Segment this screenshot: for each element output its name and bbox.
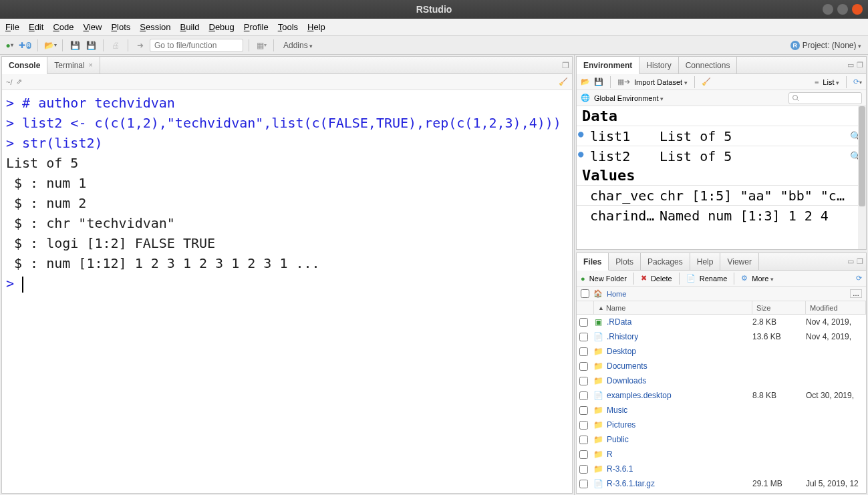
file-checkbox[interactable] <box>579 421 588 430</box>
save-workspace-icon[interactable]: 💾 <box>594 77 603 86</box>
goto-file-input[interactable] <box>150 39 243 52</box>
file-row[interactable]: 📁Pictures <box>577 418 866 432</box>
file-name[interactable]: R-3.6.1 <box>607 464 752 474</box>
file-checkbox[interactable] <box>579 347 588 356</box>
menu-tools[interactable]: Tools <box>278 22 298 32</box>
window-maximize-button[interactable] <box>837 4 848 15</box>
file-name[interactable]: Documents <box>607 361 752 371</box>
file-name[interactable]: Downloads <box>607 376 752 385</box>
file-row[interactable]: 📁R-3.6.1 <box>577 462 866 476</box>
pane-maximize-icon[interactable]: ❐ <box>857 257 863 266</box>
tab-history[interactable]: History <box>639 57 678 73</box>
file-name[interactable]: .RData <box>607 317 752 327</box>
expand-icon[interactable]: ● <box>578 128 583 139</box>
file-name[interactable]: R <box>607 450 752 459</box>
menu-session[interactable]: Session <box>140 22 170 32</box>
file-name[interactable]: R-3.6.1.tar.gz <box>607 479 752 488</box>
menu-code[interactable]: Code <box>53 22 74 32</box>
menu-file[interactable]: File <box>5 22 19 32</box>
new-file-button[interactable]: ●▾ <box>3 39 16 52</box>
file-checkbox[interactable] <box>579 377 588 385</box>
window-minimize-button[interactable] <box>823 4 833 15</box>
load-workspace-icon[interactable]: 📂 <box>581 77 590 86</box>
file-row[interactable]: 📁Music <box>577 403 866 418</box>
file-checkbox[interactable] <box>579 450 588 459</box>
tab-help[interactable]: Help <box>690 253 721 270</box>
pane-window-icon[interactable]: ❐ <box>562 61 569 70</box>
file-checkbox[interactable] <box>579 362 588 371</box>
menu-build[interactable]: Build <box>180 22 200 32</box>
tab-connections[interactable]: Connections <box>679 57 738 73</box>
file-checkbox[interactable] <box>579 333 588 341</box>
close-icon[interactable]: × <box>89 61 93 69</box>
window-close-button[interactable] <box>852 4 863 15</box>
file-checkbox[interactable] <box>579 480 588 488</box>
env-row[interactable]: list2●List of 5🔍 <box>577 146 866 166</box>
menu-debug[interactable]: Debug <box>209 22 235 32</box>
env-scope-dropdown[interactable]: Global Environment <box>594 94 664 102</box>
file-row[interactable]: 📄examples.desktop8.8 KBOct 30, 2019, <box>577 388 866 403</box>
import-dataset-dropdown[interactable]: Import Dataset <box>634 78 688 86</box>
new-folder-button[interactable]: New Folder <box>589 275 627 283</box>
save-button[interactable]: 💾 <box>68 39 82 52</box>
file-name[interactable]: examples.desktop <box>607 391 752 400</box>
new-project-button[interactable]: ✚R <box>19 39 32 52</box>
console-popout-icon[interactable]: ⇗ <box>16 77 22 86</box>
env-search-input[interactable] <box>788 92 862 104</box>
expand-icon[interactable]: ● <box>578 148 583 159</box>
file-row[interactable]: 📁Desktop <box>577 344 866 359</box>
env-scrollbar[interactable] <box>858 106 866 249</box>
console-clear-icon[interactable]: 🧹 <box>559 77 568 86</box>
clear-env-icon[interactable]: 🧹 <box>702 77 711 86</box>
project-dropdown[interactable]: Project: (None) <box>803 41 861 50</box>
file-checkbox[interactable] <box>579 318 588 327</box>
col-modified[interactable]: Modified <box>810 304 838 312</box>
console-output[interactable]: > # author techvidvan> list2 <- c(c(1,2)… <box>2 90 572 493</box>
save-all-button[interactable]: 💾 <box>84 39 98 52</box>
breadcrumb-home[interactable]: Home <box>607 290 626 298</box>
tab-environment[interactable]: Environment <box>577 57 639 74</box>
tab-plots[interactable]: Plots <box>609 253 641 270</box>
rename-button[interactable]: Rename <box>700 275 728 283</box>
file-checkbox[interactable] <box>579 436 588 444</box>
menu-view[interactable]: View <box>83 22 102 32</box>
col-size[interactable]: Size <box>756 304 770 312</box>
pane-minimize-icon[interactable]: ▭ <box>847 257 854 266</box>
env-row[interactable]: char_vecchr [1:5] "aa" "bb" "c… <box>577 185 866 205</box>
menu-plots[interactable]: Plots <box>111 22 130 32</box>
delete-button[interactable]: Delete <box>651 275 672 283</box>
addins-dropdown[interactable]: Addins <box>279 39 317 51</box>
open-file-button[interactable]: 📂▾ <box>43 39 57 52</box>
file-row[interactable]: 📁Downloads <box>577 373 866 388</box>
file-row[interactable]: 📁Public <box>577 432 866 447</box>
files-more-icon[interactable]: … <box>850 289 862 298</box>
menu-profile[interactable]: Profile <box>244 22 269 32</box>
menu-edit[interactable]: Edit <box>29 22 43 32</box>
file-name[interactable]: Desktop <box>607 347 752 356</box>
file-name[interactable]: Pictures <box>607 420 752 430</box>
file-name[interactable]: Public <box>607 435 752 444</box>
pane-minimize-icon[interactable]: ▭ <box>847 61 854 69</box>
file-checkbox[interactable] <box>579 465 588 474</box>
file-row[interactable]: 📄.Rhistory13.6 KBNov 4, 2019, <box>577 329 866 344</box>
env-row[interactable]: list1●List of 5🔍 <box>577 126 866 146</box>
env-view-dropdown[interactable]: List <box>823 78 839 86</box>
pane-maximize-icon[interactable]: ❐ <box>857 61 863 69</box>
file-row[interactable]: 📄R-3.6.1.tar.gz29.1 MBJul 5, 2019, 12 <box>577 476 866 491</box>
file-row[interactable]: 📁Documents <box>577 359 866 373</box>
file-checkbox[interactable] <box>579 391 588 400</box>
menu-help[interactable]: Help <box>307 22 325 32</box>
grid-button[interactable]: ▦▾ <box>255 39 268 52</box>
home-icon[interactable]: 🏠 <box>593 289 603 298</box>
file-row[interactable]: 📁R <box>577 447 866 462</box>
env-row[interactable]: charind…Named num [1:3] 1 2 4 <box>577 205 866 225</box>
tab-packages[interactable]: Packages <box>641 253 690 270</box>
file-name[interactable]: .Rhistory <box>607 332 752 341</box>
file-name[interactable]: Music <box>607 405 752 415</box>
file-checkbox[interactable] <box>579 406 588 415</box>
print-button[interactable]: 🖨 <box>109 39 122 52</box>
tab-files[interactable]: Files <box>577 253 609 271</box>
tab-console[interactable]: Console <box>2 57 47 74</box>
refresh-env-icon[interactable]: ⟳▾ <box>853 77 862 86</box>
tab-terminal[interactable]: Terminal× <box>47 57 100 73</box>
